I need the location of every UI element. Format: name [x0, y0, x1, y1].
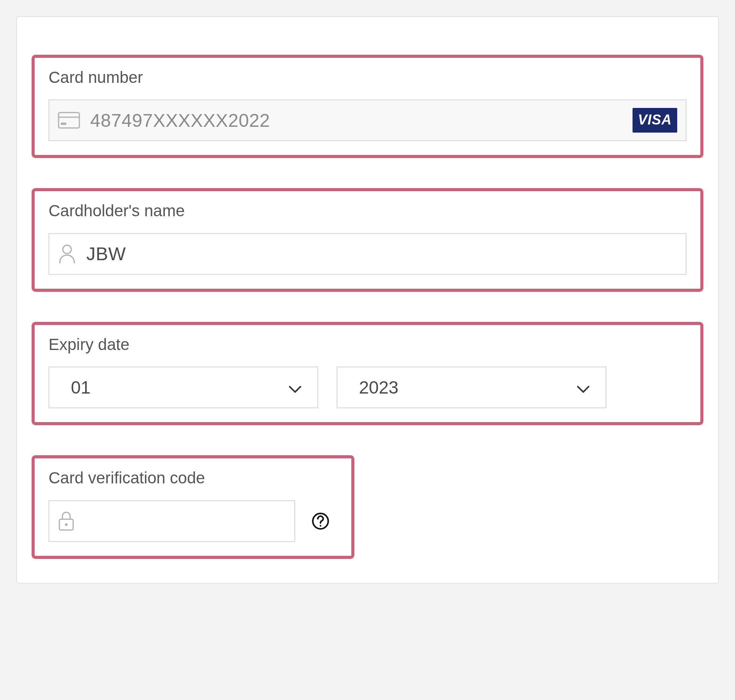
cvc-label: Card verification code — [49, 468, 337, 488]
svg-point-7 — [320, 525, 321, 526]
cvc-group: Card verification code — [32, 455, 354, 559]
expiry-date-label: Expiry date — [49, 335, 686, 354]
chevron-down-icon — [288, 377, 302, 398]
svg-point-5 — [65, 523, 68, 526]
credit-card-icon — [58, 112, 80, 129]
cvc-row — [49, 500, 337, 542]
svg-rect-0 — [59, 113, 79, 128]
svg-point-3 — [63, 245, 71, 254]
lock-icon — [58, 511, 75, 532]
help-icon[interactable] — [311, 512, 330, 530]
expiry-year-select[interactable]: 2023 — [337, 367, 606, 408]
expiry-month-select[interactable]: 01 — [49, 367, 318, 408]
cardholder-name-field[interactable]: JBW — [49, 233, 686, 275]
expiry-month-value: 01 — [71, 377, 91, 398]
cardholder-name-group: Cardholder's name JBW — [32, 188, 703, 291]
card-number-group: Card number 487497XXXXXX2022 VISA — [32, 55, 703, 158]
expiry-year-value: 2023 — [359, 377, 398, 398]
expiry-row: 01 2023 — [49, 367, 686, 408]
card-number-field[interactable]: 487497XXXXXX2022 VISA — [49, 99, 686, 141]
cvc-field[interactable] — [49, 500, 295, 542]
card-number-value: 487497XXXXXX2022 — [90, 110, 623, 131]
svg-rect-2 — [61, 123, 66, 125]
payment-card-panel: Card number 487497XXXXXX2022 VISA Cardho… — [16, 16, 719, 584]
expiry-date-group: Expiry date 01 2023 — [32, 322, 703, 425]
cardholder-name-label: Cardholder's name — [49, 201, 686, 220]
person-icon — [58, 244, 76, 264]
card-brand-badge: VISA — [633, 108, 677, 133]
card-number-label: Card number — [49, 68, 686, 87]
chevron-down-icon — [576, 377, 590, 398]
cardholder-name-value: JBW — [86, 243, 677, 264]
